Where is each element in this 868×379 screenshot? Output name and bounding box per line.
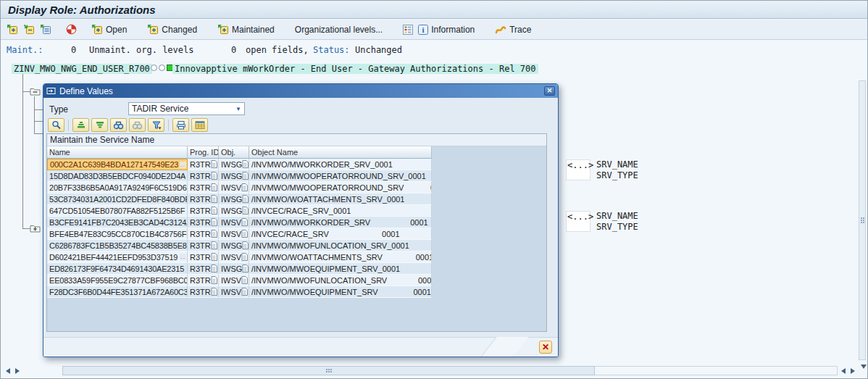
collapse-node-button[interactable] — [23, 24, 35, 35]
table-row[interactable]: BFE4EB47E83C95CC870C1B4C8756FFR3TRIWSV/I… — [47, 228, 546, 240]
cell-prog-id[interactable]: R3TR — [188, 251, 219, 263]
organizational-levels-button[interactable]: Organizational levels... — [295, 25, 383, 35]
cell-prog-id[interactable]: R3TR — [188, 182, 219, 193]
folder-collapsed-icon[interactable] — [30, 224, 41, 233]
cell-obj-type[interactable]: IWSG — [219, 159, 249, 170]
table-settings-button[interactable] — [191, 118, 208, 132]
cell-service-name[interactable]: B3CFE9141FB7C2043EB3CAD4C3124A — [47, 217, 188, 228]
print-button[interactable] — [172, 118, 189, 132]
dialog-titlebar[interactable]: Define Values ✕ — [43, 84, 558, 98]
sort-ascending-button[interactable] — [72, 118, 89, 132]
cell-obj-type[interactable]: IWSV — [219, 286, 249, 298]
cell-obj-type[interactable]: IWSV — [219, 182, 249, 193]
authorization-ball-button[interactable] — [66, 24, 77, 35]
table-row[interactable]: 20B7F33B6B5A0A917A9249F6C519D6R3TRIWSV/I… — [47, 182, 546, 193]
trace-button[interactable]: Trace — [495, 25, 531, 35]
cell-obj-type[interactable]: IWSG — [219, 205, 249, 217]
set-filter-button[interactable] — [148, 118, 164, 132]
cell-object-name[interactable]: /INVMWO/MWOFUNLOCATION_SRV_0001 — [249, 240, 432, 251]
information-button[interactable]: i Information — [418, 25, 475, 35]
scroll-left-button[interactable] — [4, 366, 12, 375]
legend-button[interactable] — [403, 25, 413, 35]
table-row[interactable]: ED826173F9F64734D4691430AE2315R3TRIWSG/I… — [47, 263, 546, 275]
cell-object-name[interactable]: /INVMWO/WOATTACHMENTS_SRV 0001 — [249, 251, 432, 263]
cell-obj-type[interactable]: IWSV — [219, 251, 249, 263]
scrollbar-thumb[interactable] — [62, 366, 595, 375]
column-header-name[interactable]: Name — [47, 146, 188, 159]
table-row[interactable]: 53C8734031A2001CD2DFED8F840BDFR3TRIWSG/I… — [47, 193, 546, 205]
cell-prog-id[interactable]: R3TR — [188, 240, 219, 251]
role-name[interactable]: ZINV_MWO_NWG_END_USER_R700 — [12, 64, 152, 74]
vertical-scrollbar[interactable] — [859, 80, 866, 360]
cell-obj-type[interactable]: IWSV — [219, 228, 249, 240]
cell-service-name[interactable]: 15D8DAD83D3B5EBDCF0940DE2D4A.. — [47, 170, 188, 182]
cell-object-name[interactable]: /INVMWO/MWOFUNLOCATION_SRV 0001 — [249, 275, 432, 286]
folder-expanded-icon[interactable] — [30, 87, 41, 96]
expand-subtree-button[interactable] — [40, 24, 51, 35]
cell-service-name[interactable]: 647CD51054EB07807FA882F5125B6F — [47, 205, 188, 217]
cell-prog-id[interactable]: R3TR — [188, 170, 219, 182]
cell-prog-id[interactable]: R3TR — [188, 159, 219, 170]
maintained-button[interactable]: Maintained — [217, 24, 275, 35]
scroll-right-button[interactable] — [848, 366, 857, 375]
cell-object-name[interactable]: /INVCEC/RACE_SRV 0001 — [249, 228, 432, 240]
dialog-close-button[interactable]: ✕ — [544, 86, 555, 96]
open-button[interactable]: Open — [91, 24, 127, 35]
search-next-button[interactable] — [129, 118, 146, 132]
find-button[interactable] — [48, 118, 64, 132]
type-dropdown[interactable]: TADIR Service ▼ — [128, 102, 245, 115]
status-circle-icon — [159, 64, 165, 71]
cell-obj-type[interactable]: IWSG — [219, 170, 249, 182]
cell-prog-id[interactable]: R3TR — [188, 286, 219, 298]
cell-object-name[interactable]: /INVMWO/MWOOPERATORROUND_SRV 00.. — [249, 182, 432, 193]
changed-button[interactable]: Changed — [147, 24, 197, 35]
column-header-object-name[interactable]: Object Name — [249, 146, 432, 159]
cell-prog-id[interactable]: R3TR — [188, 193, 219, 205]
column-header-obj[interactable]: Obj. — [219, 146, 249, 159]
cell-service-name[interactable]: 20B7F33B6B5A0A917A9249F6C519D6 — [47, 182, 188, 193]
table-row[interactable]: D602421BEF44421EEFD953D37519..R3TRIWSV/I… — [47, 251, 546, 263]
cell-object-name[interactable]: /INVMWO/MWORKORDER_SRV_0001 — [249, 159, 432, 170]
cell-prog-id[interactable]: R3TR — [188, 205, 219, 217]
cell-prog-id[interactable]: R3TR — [188, 263, 219, 275]
cell-obj-type[interactable]: IWSG — [219, 240, 249, 251]
role-description[interactable]: Innovapptive mWorkOrder - End User - Gat… — [172, 64, 538, 74]
cell-object-name[interactable]: /INVMWO/MWOEQUIPMENT_SRV 0001 — [249, 286, 432, 298]
cell-service-name[interactable]: D602421BEF44421EEFD953D37519.. — [47, 251, 188, 263]
scroll-right-button[interactable] — [13, 366, 22, 375]
cell-obj-type[interactable]: IWSV — [219, 217, 249, 228]
table-row[interactable]: C6286783FC1B5B35274BC45838B5E8R3TRIWSG/I… — [47, 240, 546, 251]
cell-prog-id[interactable]: R3TR — [188, 228, 219, 240]
table-row[interactable]: 000C2A1C639B4BDA127147549E23..R3TRIWSG/I… — [47, 159, 546, 170]
cell-service-name[interactable]: 000C2A1C639B4BDA127147549E23.. — [47, 159, 188, 170]
search-button[interactable] — [110, 118, 127, 132]
table-row[interactable]: 15D8DAD83D3B5EBDCF0940DE2D4A..R3TRIWSG/I… — [47, 170, 546, 182]
cell-obj-type[interactable]: IWSG — [219, 193, 249, 205]
table-row[interactable]: B3CFE9141FB7C2043EB3CAD4C3124AR3TRIWSV/I… — [47, 217, 546, 228]
cell-obj-type[interactable]: IWSV — [219, 275, 249, 286]
cell-service-name[interactable]: EE0833A59F955E9C27877CBF968BC0 — [47, 275, 188, 286]
cell-object-name[interactable]: /INVMWO/MWOOPERATORROUND_SRV_0001 — [249, 170, 432, 182]
cell-object-name[interactable]: /INVMWO/MWORKORDER_SRV 0001 — [249, 217, 432, 228]
cancel-button[interactable]: ✕ — [539, 341, 552, 354]
cell-prog-id[interactable]: R3TR — [188, 275, 219, 286]
cell-service-name[interactable]: F28DC3F6B0D44FE351371A672A60C3 — [47, 286, 188, 298]
expand-node-button[interactable] — [7, 24, 18, 35]
table-row[interactable]: 647CD51054EB07807FA882F5125B6FR3TRIWSG/I… — [47, 205, 546, 217]
cell-service-name[interactable]: ED826173F9F64734D4691430AE2315 — [47, 263, 188, 275]
cell-service-name[interactable]: BFE4EB47E83C95CC870C1B4C8756FF — [47, 228, 188, 240]
value-placeholder-field[interactable]: <...> — [566, 159, 591, 180]
cell-object-name[interactable]: /INVMWO/MWOEQUIPMENT_SRV_0001 — [249, 263, 432, 275]
table-row[interactable]: EE0833A59F955E9C27877CBF968BC0R3TRIWSV/I… — [47, 275, 546, 286]
column-header-prog-id[interactable]: Prog. ID — [188, 146, 219, 159]
cell-object-name[interactable]: /INVMWO/WOATTACHMENTS_SRV_0001 — [249, 193, 432, 205]
scroll-left-button[interactable] — [839, 366, 848, 375]
cell-prog-id[interactable]: R3TR — [188, 217, 219, 228]
cell-object-name[interactable]: /INVCEC/RACE_SRV_0001 — [249, 205, 432, 217]
table-row[interactable]: F28DC3F6B0D44FE351371A672A60C3R3TRIWSV/I… — [47, 286, 546, 298]
sort-descending-button[interactable] — [91, 118, 108, 132]
cell-obj-type[interactable]: IWSG — [219, 263, 249, 275]
cell-service-name[interactable]: C6286783FC1B5B35274BC45838B5E8 — [47, 240, 188, 251]
cell-service-name[interactable]: 53C8734031A2001CD2DFED8F840BDF — [47, 193, 188, 205]
value-placeholder-field[interactable]: <...> — [566, 211, 591, 232]
